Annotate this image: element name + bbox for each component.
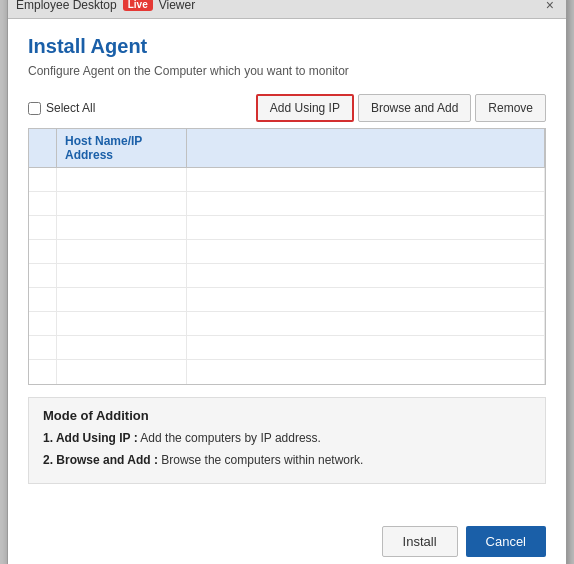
select-all-area: Select All: [28, 101, 256, 115]
table-header: Host Name/IP Address: [29, 129, 545, 168]
table-row: [29, 312, 545, 336]
content-area: Install Agent Configure Agent on the Com…: [8, 19, 566, 516]
table-row: [29, 168, 545, 192]
select-all-label[interactable]: Select All: [46, 101, 95, 115]
browse-and-add-button[interactable]: Browse and Add: [358, 94, 471, 122]
table-row: [29, 288, 545, 312]
app-name: Employee Desktop: [16, 0, 117, 12]
mode-title: Mode of Addition: [43, 408, 531, 423]
row-rest-1: [187, 168, 545, 191]
mode-item-2-key: 2. Browse and Add :: [43, 453, 158, 467]
toolbar: Select All Add Using IP Browse and Add R…: [28, 94, 546, 122]
install-button[interactable]: Install: [382, 526, 458, 557]
mode-section: Mode of Addition 1. Add Using IP : Add t…: [28, 397, 546, 484]
page-subtitle: Configure Agent on the Computer which yo…: [28, 64, 546, 78]
close-button[interactable]: ×: [542, 0, 558, 14]
table-row: [29, 360, 545, 384]
table-row: [29, 192, 545, 216]
table-row: [29, 264, 545, 288]
table-row: [29, 336, 545, 360]
live-badge: Live: [123, 0, 153, 11]
col-checkbox-header: [29, 129, 57, 167]
col-rest-header: [187, 129, 545, 167]
mode-item-2-value: Browse the computers within network.: [161, 453, 363, 467]
host-table: Host Name/IP Address: [28, 128, 546, 385]
page-title: Install Agent: [28, 35, 546, 58]
remove-button[interactable]: Remove: [475, 94, 546, 122]
title-bar: Employee Desktop Live Viewer ×: [8, 0, 566, 19]
mode-item-2: 2. Browse and Add : Browse the computers…: [43, 451, 531, 469]
main-window: Employee Desktop Live Viewer × Install A…: [7, 0, 567, 564]
mode-item-1: 1. Add Using IP : Add the computers by I…: [43, 429, 531, 447]
table-row: [29, 240, 545, 264]
button-group: Add Using IP Browse and Add Remove: [256, 94, 546, 122]
row-checkbox-1: [29, 168, 57, 191]
table-row: [29, 216, 545, 240]
row-host-1: [57, 168, 187, 191]
footer: Install Cancel: [8, 516, 566, 564]
add-using-ip-button[interactable]: Add Using IP: [256, 94, 354, 122]
mode-item-1-key: 1. Add Using IP :: [43, 431, 138, 445]
select-all-checkbox[interactable]: [28, 102, 41, 115]
col-host-header: Host Name/IP Address: [57, 129, 187, 167]
mode-item-1-value: Add the computers by IP address.: [140, 431, 321, 445]
viewer-label: Viewer: [159, 0, 195, 12]
cancel-button[interactable]: Cancel: [466, 526, 546, 557]
